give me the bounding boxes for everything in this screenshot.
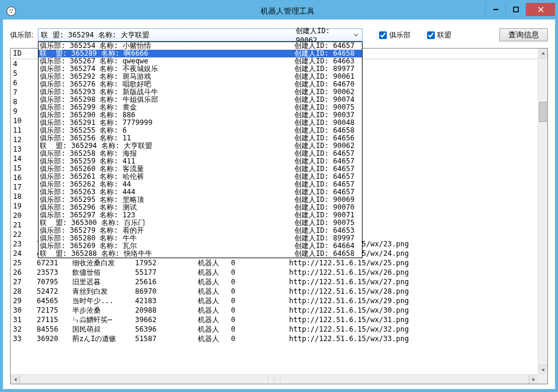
table-row[interactable]: 2567231细收沧桑白发17952机器人0http://122.51.6.15…	[11, 258, 538, 268]
scroll-corner	[538, 374, 547, 384]
table-row[interactable]: 3284556国民萌叔56396机器人0http://122.51.6.15/w…	[11, 324, 538, 334]
toolbar: 俱乐部: 联 盟: 365294 名称: 大亨联盟 创建人ID: 90062 俱…	[10, 28, 548, 42]
table-row[interactable]: 3072175半步沧桑20988机器人0http://122.51.6.15/w…	[11, 306, 538, 315]
table-row[interactable]: 2623573飲儘丗俗55177机器人0http://122.51.6.15/w…	[11, 268, 538, 277]
table-row[interactable]: 2852472青丝到白发86970机器人0http://122.51.6.15/…	[11, 287, 538, 296]
combo-selected-c1: 联 盟: 365294 名称: 大亨联盟	[41, 30, 296, 40]
vertical-scrollbar[interactable]	[538, 49, 547, 374]
minimize-button[interactable]	[485, 3, 505, 16]
table-row[interactable]: 2770795旧里迟暮25616机器人0http://122.51.6.15/w…	[11, 277, 538, 287]
club-label: 俱乐部:	[10, 30, 33, 40]
app-window: 机器人管理工具 俱乐部: 联 盟: 365294 名称: 大亨联盟 创建人ID:…	[0, 0, 558, 392]
combo-dropdown[interactable]: 俱乐部: 365254 名称: 小赌怡情创建人ID: 64657联 盟: 365…	[38, 41, 363, 258]
window-controls	[485, 3, 555, 16]
checkbox-league-label: 联盟	[437, 30, 451, 40]
table-row[interactable]: 2964565当时年少...42183机器人0http://122.51.6.1…	[11, 296, 538, 306]
maximize-button[interactable]	[505, 3, 525, 16]
checkbox-league[interactable]: 联盟	[427, 30, 451, 40]
scroll-grip-icon: ⋮⋮⋮	[265, 376, 283, 383]
checkbox-club-label: 俱乐部	[389, 30, 411, 40]
scroll-down-button[interactable]	[538, 365, 547, 374]
close-button[interactable]	[525, 3, 555, 16]
horizontal-scrollbar[interactable]: ⋮⋮⋮	[11, 374, 538, 384]
checkbox-club[interactable]: 俱乐部	[379, 30, 411, 40]
client-area: 俱乐部: 联 盟: 365294 名称: 大亨联盟 创建人ID: 90062 俱…	[3, 20, 555, 389]
checkbox-club-input[interactable]	[379, 31, 387, 39]
dropdown-option[interactable]: 联 盟: 365288 名称: 快络牛牛创建人ID: 64658	[39, 250, 362, 258]
col-id[interactable]: ID	[11, 49, 34, 59]
svg-rect-1	[514, 7, 518, 12]
chevron-down-icon	[351, 30, 361, 40]
checkbox-league-input[interactable]	[427, 31, 435, 39]
app-icon	[7, 7, 16, 16]
combo-wrap: 联 盟: 365294 名称: 大亨联盟 创建人ID: 90062 俱乐部: 3…	[38, 28, 363, 41]
scroll-up-button[interactable]	[538, 49, 547, 58]
club-combobox[interactable]: 联 盟: 365294 名称: 大亨联盟 创建人ID: 90062	[38, 28, 363, 41]
scroll-right-button[interactable]	[528, 375, 538, 384]
table-row[interactable]: 3127115ㄣ尛鱂虷笶⋯39662机器人0http://122.51.6.15…	[11, 315, 538, 324]
query-button[interactable]: 查询信息	[499, 28, 548, 41]
scroll-thumb[interactable]	[539, 102, 547, 122]
scroll-left-button[interactable]	[11, 375, 20, 384]
table-row[interactable]: 3336920荊zんIの遺镞51587机器人0http://122.51.6.1…	[11, 334, 538, 343]
titlebar[interactable]: 机器人管理工具	[3, 3, 555, 20]
window-title: 机器人管理工具	[20, 6, 555, 17]
